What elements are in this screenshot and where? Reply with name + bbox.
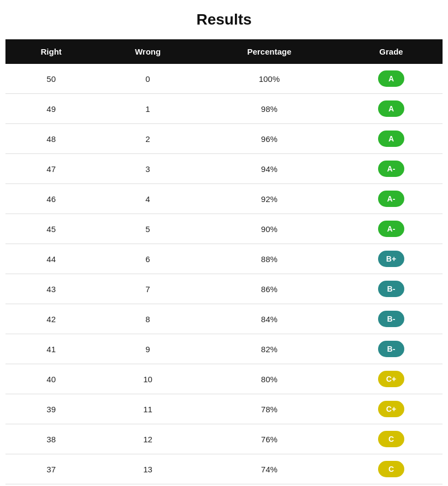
cell-wrong: 6 (97, 244, 198, 274)
table-row: 42884%B- (5, 304, 443, 334)
cell-percentage: 90% (199, 214, 340, 244)
table-row: 49198%A (5, 94, 443, 124)
header-percentage: Percentage (199, 39, 340, 64)
cell-wrong: 1 (97, 94, 198, 124)
page-title: Results (5, 11, 443, 28)
grade-badge: C (378, 431, 404, 447)
cell-percentage: 100% (199, 64, 340, 94)
cell-percentage: 74% (199, 454, 340, 484)
cell-grade: B- (340, 334, 443, 364)
cell-percentage: 88% (199, 244, 340, 274)
cell-wrong: 11 (97, 394, 198, 424)
cell-wrong: 5 (97, 214, 198, 244)
cell-grade: A (340, 94, 443, 124)
grade-badge: A (378, 131, 404, 147)
grade-badge: B- (378, 341, 404, 357)
cell-right: 38 (5, 424, 97, 454)
cell-wrong: 9 (97, 334, 198, 364)
header-grade: Grade (340, 39, 443, 64)
cell-percentage: 98% (199, 94, 340, 124)
table-row: 43786%B- (5, 274, 443, 304)
table-row: 48296%A (5, 124, 443, 154)
cell-wrong: 13 (97, 454, 198, 484)
cell-percentage: 96% (199, 124, 340, 154)
cell-grade: A- (340, 184, 443, 214)
cell-percentage: 86% (199, 274, 340, 304)
cell-right: 42 (5, 304, 97, 334)
cell-wrong: 4 (97, 184, 198, 214)
table-row: 46492%A- (5, 184, 443, 214)
header-right: Right (5, 39, 97, 64)
table-row: 47394%A- (5, 154, 443, 184)
cell-grade: C (340, 454, 443, 484)
grade-badge: C (378, 461, 404, 477)
table-row: 44688%B+ (5, 244, 443, 274)
cell-wrong: 3 (97, 154, 198, 184)
grade-badge: B- (378, 281, 404, 297)
cell-grade: B+ (340, 244, 443, 274)
cell-percentage: 84% (199, 304, 340, 334)
table-row: 41982%B- (5, 334, 443, 364)
table-row: 391178%C+ (5, 394, 443, 424)
table-header-row: Right Wrong Percentage Grade (5, 39, 443, 64)
grade-badge: B- (378, 311, 404, 327)
cell-right: 45 (5, 214, 97, 244)
cell-grade: C (340, 424, 443, 454)
table-row: 401080%C+ (5, 364, 443, 394)
cell-right: 40 (5, 364, 97, 394)
cell-grade: A- (340, 214, 443, 244)
results-table: Right Wrong Percentage Grade 500100%A491… (5, 39, 443, 484)
grade-badge: A (378, 100, 404, 117)
cell-wrong: 8 (97, 304, 198, 334)
cell-percentage: 76% (199, 424, 340, 454)
table-row: 381276%C (5, 424, 443, 454)
cell-percentage: 80% (199, 364, 340, 394)
cell-right: 37 (5, 454, 97, 484)
cell-wrong: 7 (97, 274, 198, 304)
cell-right: 39 (5, 394, 97, 424)
grade-badge: A- (378, 161, 404, 177)
table-row: 371374%C (5, 454, 443, 484)
grade-badge: B+ (378, 251, 404, 267)
grade-badge: A (378, 70, 404, 87)
cell-grade: C+ (340, 364, 443, 394)
table-row: 500100%A (5, 64, 443, 94)
cell-right: 44 (5, 244, 97, 274)
cell-grade: A (340, 124, 443, 154)
cell-percentage: 78% (199, 394, 340, 424)
cell-grade: A- (340, 154, 443, 184)
cell-right: 41 (5, 334, 97, 364)
cell-wrong: 12 (97, 424, 198, 454)
grade-badge: A- (378, 191, 404, 207)
cell-grade: B- (340, 304, 443, 334)
cell-right: 48 (5, 124, 97, 154)
grade-badge: C+ (378, 371, 404, 387)
cell-wrong: 2 (97, 124, 198, 154)
cell-wrong: 0 (97, 64, 198, 94)
cell-percentage: 92% (199, 184, 340, 214)
cell-right: 43 (5, 274, 97, 304)
cell-grade: B- (340, 274, 443, 304)
header-wrong: Wrong (97, 39, 198, 64)
cell-wrong: 10 (97, 364, 198, 394)
cell-right: 50 (5, 64, 97, 94)
cell-percentage: 94% (199, 154, 340, 184)
table-row: 45590%A- (5, 214, 443, 244)
cell-right: 47 (5, 154, 97, 184)
cell-percentage: 82% (199, 334, 340, 364)
cell-grade: A (340, 64, 443, 94)
grade-badge: A- (378, 221, 404, 237)
cell-grade: C+ (340, 394, 443, 424)
cell-right: 49 (5, 94, 97, 124)
cell-right: 46 (5, 184, 97, 214)
grade-badge: C+ (378, 401, 404, 417)
